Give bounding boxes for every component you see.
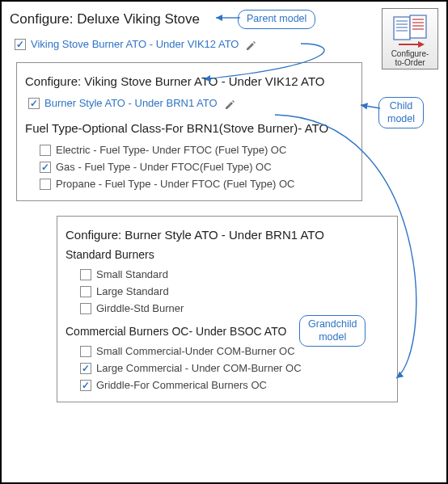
fuel-type-option-label: Propane - Fuel Type - Under FTOC (Fuel T… bbox=[56, 178, 295, 190]
documents-icon bbox=[391, 14, 429, 49]
standard-burner-option-label: Large Standard bbox=[96, 285, 169, 297]
checkbox[interactable] bbox=[80, 286, 91, 297]
pencil-icon[interactable] bbox=[224, 98, 235, 109]
standard-burners-title: Standard Burners bbox=[66, 248, 389, 261]
standard-burner-option-label: Girddle-Std Burner bbox=[96, 302, 184, 314]
checkbox[interactable] bbox=[80, 346, 91, 357]
arrow-child-callout bbox=[361, 105, 380, 108]
grandchild-panel-title: Configure: Burner Style ATO - Under BRN1… bbox=[66, 228, 389, 242]
checkbox[interactable] bbox=[40, 145, 51, 156]
checkbox-viking-stove-burner[interactable] bbox=[15, 39, 26, 50]
checkbox[interactable] bbox=[80, 380, 91, 391]
commercial-burner-option-label: Griddle-For Commerical Burners OC bbox=[96, 379, 267, 391]
configure-to-order-tile: Configure- to-Order bbox=[382, 8, 438, 69]
option-viking-stove-burner[interactable]: Viking Stove Burner ATO - Under VIK12 AT… bbox=[31, 38, 239, 50]
callout-grandchild-model: Grandchild model bbox=[299, 315, 366, 347]
commercial-burners-options: Small Commercial-Under COM-Burner OC Lar… bbox=[66, 343, 389, 394]
page-title: Configure: Deluxe Viking Stove bbox=[10, 11, 438, 27]
checkbox[interactable] bbox=[40, 162, 51, 173]
option-burner-style[interactable]: Burner Style ATO - Under BRN1 ATO bbox=[44, 97, 218, 109]
standard-burner-option-label: Small Standard bbox=[96, 268, 168, 280]
fuel-type-group-title: Fuel Type-Optional Class-For BRN1(Stove … bbox=[25, 121, 353, 135]
callout-child-model: Child model bbox=[378, 97, 424, 128]
checkbox-burner-style[interactable] bbox=[28, 98, 40, 109]
checkbox[interactable] bbox=[80, 363, 91, 374]
checkbox[interactable] bbox=[40, 179, 51, 190]
grandchild-model-panel: Configure: Burner Style ATO - Under BRN1… bbox=[57, 216, 398, 402]
standard-burners-options: Small Standard Large Standard Girddle-St… bbox=[66, 266, 389, 317]
child-model-panel: Configure: Viking Stove Burner ATO - Und… bbox=[16, 62, 362, 201]
svg-rect-0 bbox=[394, 17, 410, 40]
fuel-type-options: Electric - Fuel Type- Under FTOC (Fuel T… bbox=[25, 141, 353, 192]
commercial-burner-option-label: Large Commercial - Under COM-Burner OC bbox=[96, 362, 302, 374]
fuel-type-option-label: Electric - Fuel Type- Under FTOC (Fuel T… bbox=[56, 144, 286, 156]
pencil-icon[interactable] bbox=[245, 39, 256, 50]
callout-parent-model: Parent model bbox=[238, 10, 315, 29]
configure-to-order-label: Configure- to-Order bbox=[391, 49, 429, 67]
checkbox[interactable] bbox=[80, 269, 91, 280]
svg-marker-11 bbox=[418, 41, 425, 48]
child-panel-title: Configure: Viking Stove Burner ATO - Und… bbox=[25, 74, 353, 88]
checkbox[interactable] bbox=[80, 303, 91, 314]
commercial-burner-option-label: Small Commercial-Under COM-Burner OC bbox=[96, 345, 295, 357]
fuel-type-option-label: Gas - Fuel Type - Under FTOC(Fuel Type) … bbox=[56, 161, 272, 173]
svg-rect-5 bbox=[410, 15, 426, 38]
